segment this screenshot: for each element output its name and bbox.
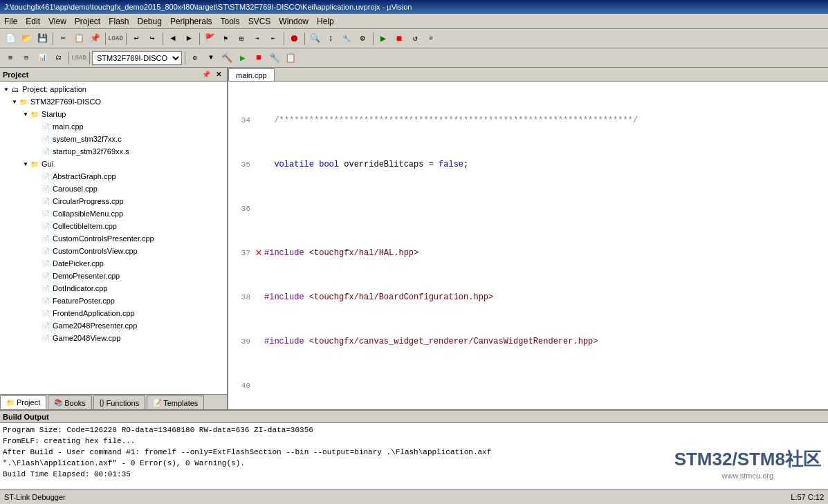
- menu-peripherals[interactable]: Peripherals: [166, 15, 217, 28]
- project-tabs: 📁 Project 📚 Books {} Functions 📝 Templat…: [0, 394, 227, 409]
- editor-area: main.cpp 34 /***************************…: [228, 68, 828, 409]
- tree-root[interactable]: ▼ 🗂 Project: application: [0, 83, 227, 95]
- tree-abstractgraph[interactable]: 📄 AbstractGraph.cpp: [0, 170, 227, 183]
- tb2-misc1-btn[interactable]: 🔧: [267, 50, 282, 66]
- expand-stm32-icon[interactable]: ▼: [11, 99, 18, 105]
- panel-close-btn[interactable]: ✕: [213, 69, 224, 80]
- tab-functions[interactable]: {} Functions: [93, 395, 145, 409]
- bookmark-btn[interactable]: 🚩: [202, 31, 217, 46]
- save-button[interactable]: 💾: [35, 31, 50, 46]
- build-btn[interactable]: ⏺: [286, 31, 302, 46]
- tab-books[interactable]: 📚 Books: [48, 395, 92, 409]
- expand-gui-icon[interactable]: ▼: [22, 161, 29, 167]
- tree-game2048view[interactable]: 📄 Game2048View.cpp: [0, 332, 227, 344]
- sep1: [50, 31, 55, 46]
- tree-customcontrolsview[interactable]: 📄 CustomControlsView.cpp: [0, 245, 227, 257]
- run-btn[interactable]: ▶: [376, 31, 391, 46]
- stop-btn[interactable]: ■: [392, 31, 407, 46]
- tree-stm32-label: STM32F769I-DISCO: [30, 97, 101, 106]
- tb2-btn4[interactable]: 🗂: [50, 50, 66, 66]
- panel-pin-btn[interactable]: 📌: [201, 69, 212, 80]
- outdent-btn[interactable]: ⇤: [266, 31, 281, 46]
- tree-collapsiblemenu[interactable]: 📄 CollapsibleMenu.cpp: [0, 207, 227, 220]
- search-btn[interactable]: 🔍: [307, 31, 322, 46]
- tb2-opts-btn[interactable]: ⚙: [187, 50, 203, 66]
- tree-startup-s[interactable]: 📄 startup_stm32f769xx.s: [0, 145, 227, 158]
- replace-btn[interactable]: ↕: [323, 31, 338, 46]
- expand-startup-icon[interactable]: ▼: [22, 111, 29, 118]
- tab-project[interactable]: 📁 Project: [0, 395, 46, 409]
- tree-circularprogress[interactable]: 📄 CircularProgress.cpp: [0, 195, 227, 207]
- tb2-stop2-btn[interactable]: ■: [251, 50, 266, 66]
- menu-svcs[interactable]: SVCS: [244, 15, 275, 28]
- tb2-btn3[interactable]: 📊: [35, 50, 50, 66]
- tree-customcontrolspresenter[interactable]: 📄 CustomControlsPresenter.cpp: [0, 232, 227, 245]
- misc-btn1[interactable]: ≡: [423, 31, 439, 46]
- undo-button[interactable]: ↩: [129, 31, 144, 46]
- tb2-misc2-btn[interactable]: 📋: [283, 50, 298, 66]
- menu-edit[interactable]: Edit: [21, 15, 44, 28]
- copy-button[interactable]: 📋: [71, 31, 86, 46]
- nav-fwd-button[interactable]: ►: [181, 31, 196, 46]
- tree-startup[interactable]: ▼ 📁 Startup: [0, 108, 227, 120]
- bookmark3-btn[interactable]: ⊞: [234, 31, 249, 46]
- tree-startup-s-label: startup_stm32f769xx.s: [53, 147, 129, 156]
- build-output-content: Program Size: Code=126228 RO-data=134681…: [0, 423, 828, 489]
- expand-root-icon[interactable]: ▼: [3, 86, 10, 93]
- tree-frontendapplication[interactable]: 📄 FrontendApplication.cpp: [0, 307, 227, 319]
- cut-button[interactable]: ✂: [55, 31, 71, 46]
- project-tab-icon: 📁: [6, 399, 15, 407]
- target-select[interactable]: STM32F769I-DISCO: [92, 51, 182, 65]
- code-editor[interactable]: 34 /************************************…: [228, 82, 828, 409]
- templates-tab-icon: 📝: [153, 399, 161, 407]
- toolbar-1: 📄 📂 💾 ✂ 📋 📌 LOAD ↩ ↪ ◄ ► 🚩 ⚑ ⊞ ⇥ ⇤ ⏺ 🔍 ↕…: [0, 29, 828, 48]
- project-panel-title: Project: [3, 71, 28, 79]
- menu-view[interactable]: View: [44, 15, 71, 28]
- code-line-38: 38 #include <touchgfx/hal/BoardConfigura…: [228, 292, 828, 303]
- menu-file[interactable]: File: [0, 15, 21, 28]
- load-btn[interactable]: LOAD: [108, 31, 123, 46]
- tree-carousel[interactable]: 📄 Carousel.cpp: [0, 183, 227, 195]
- sep5: [197, 31, 201, 46]
- tb2-run2-btn[interactable]: ▶: [235, 50, 250, 66]
- tree-datepicker[interactable]: 📄 DatePicker.cpp: [0, 257, 227, 270]
- tree-collectibleitem[interactable]: 📄 CollectibleItem.cpp: [0, 220, 227, 232]
- main-cpp-icon: 📄: [40, 121, 51, 132]
- tree-main-cpp[interactable]: 📄 main.cpp: [0, 120, 227, 133]
- open-button[interactable]: 📂: [19, 31, 34, 46]
- carousel-icon: 📄: [40, 183, 51, 194]
- tb2-load-btn[interactable]: LOAD: [71, 50, 86, 66]
- bookmark2-btn[interactable]: ⚑: [218, 31, 233, 46]
- tb2-btn2[interactable]: ⊟: [19, 50, 34, 66]
- code-area[interactable]: 34 /************************************…: [228, 82, 828, 409]
- menu-flash[interactable]: Flash: [104, 15, 133, 28]
- redo-button[interactable]: ↪: [145, 31, 160, 46]
- menu-debug[interactable]: Debug: [134, 15, 166, 28]
- paste-button[interactable]: 📌: [87, 31, 102, 46]
- editor-tab-main-cpp[interactable]: main.cpp: [228, 68, 275, 81]
- tab-templates[interactable]: 📝 Templates: [147, 395, 204, 409]
- tree-system-c[interactable]: 📄 system_stm32f7xx.c: [0, 133, 227, 145]
- tb2-btn1[interactable]: ⊞: [3, 50, 18, 66]
- nav-back-button[interactable]: ◄: [165, 31, 181, 46]
- menu-window[interactable]: Window: [275, 15, 313, 28]
- new-file-button[interactable]: 📄: [3, 31, 18, 46]
- tree-gui[interactable]: ▼ 📁 Gui: [0, 158, 227, 170]
- dbg-btn[interactable]: 🔧: [339, 31, 354, 46]
- build-output-header: Build Output: [0, 411, 828, 423]
- settings-btn[interactable]: ⚙: [355, 31, 370, 46]
- code-line-39: 39 #include <touchgfx/canvas_widget_rend…: [228, 336, 828, 347]
- tree-game2048presenter[interactable]: 📄 Game2048Presenter.cpp: [0, 319, 227, 332]
- tb2-build2-btn[interactable]: 🔨: [219, 50, 234, 66]
- menu-tools[interactable]: Tools: [217, 15, 244, 28]
- tree-featureposter[interactable]: 📄 FeaturePoster.cpp: [0, 295, 227, 307]
- tree-dotindicator[interactable]: 📄 DotIndicator.cpp: [0, 282, 227, 295]
- tree-stm32[interactable]: ▼ 📁 STM32F769I-DISCO: [0, 95, 227, 108]
- menu-project[interactable]: Project: [71, 15, 104, 28]
- tree-demopresenter[interactable]: 📄 DemoPresenter.cpp: [0, 270, 227, 282]
- tb2-arrow-btn[interactable]: ▼: [203, 50, 219, 66]
- reset-btn[interactable]: ↺: [407, 31, 423, 46]
- menu-help[interactable]: Help: [313, 15, 338, 28]
- indent-btn[interactable]: ⇥: [250, 31, 265, 46]
- tree-game2048view-label: Game2048View.cpp: [53, 334, 120, 342]
